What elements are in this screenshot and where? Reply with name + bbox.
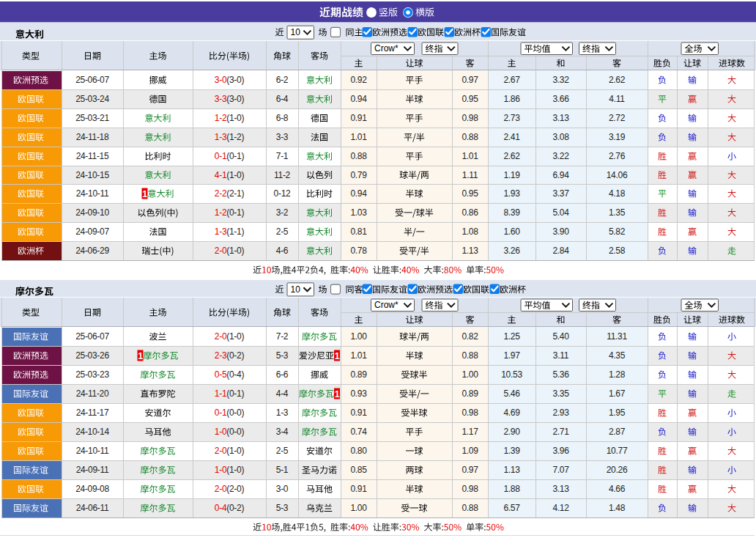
svg-text:Crow*: Crow* [374, 300, 399, 310]
svg-text:3-0(3-0): 3-0(3-0) [215, 75, 245, 85]
svg-text:3.19: 3.19 [609, 132, 626, 142]
svg-text:24-11-15: 24-11-15 [76, 151, 109, 161]
svg-text:20.26: 20.26 [607, 465, 628, 475]
svg-text:1.01: 1.01 [462, 151, 478, 161]
svg-text:2.76: 2.76 [609, 151, 626, 161]
svg-text:1.35: 1.35 [609, 207, 626, 218]
svg-text:1-2(0-1): 1-2(0-1) [215, 207, 245, 218]
svg-text:1.13: 1.13 [503, 465, 520, 475]
svg-text:3-2: 3-2 [276, 207, 289, 218]
svg-text:0.98: 0.98 [462, 484, 478, 494]
svg-text:1.28: 1.28 [609, 369, 626, 380]
svg-text:2-5: 2-5 [276, 226, 289, 237]
svg-text:0.91: 0.91 [350, 113, 367, 123]
svg-text:1.67: 1.67 [609, 388, 626, 399]
svg-text:24-09-11: 24-09-11 [76, 465, 109, 475]
svg-text:6-6: 6-6 [276, 369, 289, 380]
svg-text:8.39: 8.39 [503, 207, 520, 218]
svg-text:25-03-26: 25-03-26 [75, 350, 109, 361]
svg-text:3.37: 3.37 [552, 188, 569, 199]
svg-text:4-6: 4-6 [276, 246, 289, 256]
svg-text:1.93: 1.93 [503, 188, 520, 199]
svg-text:24-11-18: 24-11-18 [76, 132, 109, 142]
svg-text:5-3: 5-3 [276, 350, 289, 361]
svg-text:11-2: 11-2 [274, 170, 291, 180]
svg-text:7-2: 7-2 [276, 331, 289, 342]
svg-text:2.93: 2.93 [552, 408, 569, 418]
svg-text:0.78: 0.78 [350, 246, 367, 256]
svg-text:14.06: 14.06 [607, 170, 628, 180]
svg-text:5.82: 5.82 [609, 226, 626, 237]
svg-text:4.11: 4.11 [609, 94, 625, 104]
svg-text:2.67: 2.67 [503, 75, 520, 85]
svg-text:1: 1 [335, 389, 340, 399]
svg-text:0.91: 0.91 [350, 484, 367, 494]
svg-text:24-10-14: 24-10-14 [75, 427, 109, 437]
svg-text:24-10-15: 24-10-15 [75, 170, 109, 180]
svg-text:10.53: 10.53 [501, 369, 522, 380]
svg-text:0-1(0-1): 0-1(0-1) [215, 151, 245, 161]
svg-text:0.94: 0.94 [350, 94, 367, 104]
svg-text:0.97: 0.97 [462, 75, 478, 85]
svg-text:0.94: 0.94 [350, 188, 367, 199]
svg-text:3-3(3-0): 3-3(3-0) [215, 94, 245, 104]
svg-text:0.79: 0.79 [350, 170, 367, 180]
svg-text:24-06-29: 24-06-29 [75, 246, 109, 256]
svg-text:3.22: 3.22 [552, 151, 569, 161]
svg-text:1-2(1-0): 1-2(1-0) [215, 113, 245, 123]
svg-text:2.71: 2.71 [552, 427, 569, 437]
svg-text:25-06-07: 25-06-07 [75, 75, 109, 85]
svg-text:1: 1 [142, 189, 147, 199]
svg-text:7-1: 7-1 [276, 151, 289, 161]
svg-text:7.07: 7.07 [552, 465, 569, 475]
svg-text:1-3(1-1): 1-3(1-1) [215, 226, 245, 237]
svg-text:2.62: 2.62 [503, 151, 520, 161]
svg-text:25-03-21: 25-03-21 [75, 113, 109, 123]
svg-text:24-09-08: 24-09-08 [75, 484, 109, 494]
svg-text:5.46: 5.46 [503, 388, 520, 399]
svg-text:2-0(1-0): 2-0(1-0) [215, 246, 245, 256]
svg-text:1.00: 1.00 [462, 369, 478, 380]
svg-text:4.35: 4.35 [609, 350, 626, 361]
svg-text:5.36: 5.36 [552, 369, 569, 380]
svg-text:2-0(1-0): 2-0(1-0) [215, 331, 245, 342]
svg-text:10: 10 [291, 27, 301, 37]
svg-text:4.12: 4.12 [552, 503, 569, 513]
svg-text:0.98: 0.98 [462, 408, 478, 418]
svg-text:1.17: 1.17 [462, 427, 478, 437]
svg-text:0.93: 0.93 [350, 388, 367, 399]
svg-text:2.73: 2.73 [503, 113, 520, 123]
svg-text:2.58: 2.58 [609, 246, 626, 256]
svg-text:1-0(1-0): 1-0(1-0) [215, 465, 245, 475]
svg-text:24-10-11: 24-10-11 [76, 446, 109, 456]
svg-text:1.01: 1.01 [350, 350, 367, 361]
svg-text:2.62: 2.62 [609, 75, 626, 85]
svg-text:0.98: 0.98 [462, 113, 478, 123]
svg-text:0.74: 0.74 [350, 427, 367, 437]
svg-text:4.66: 4.66 [609, 484, 626, 494]
svg-text:11.31: 11.31 [607, 331, 627, 342]
svg-text:1: 1 [335, 351, 340, 361]
svg-text:3-3: 3-3 [276, 132, 289, 142]
svg-text:3.13: 3.13 [552, 484, 569, 494]
svg-text:0.95: 0.95 [462, 94, 478, 104]
svg-text:6-8: 6-8 [276, 113, 289, 123]
svg-text:25-06-07: 25-06-07 [75, 331, 109, 342]
svg-text:0-1(0-0): 0-1(0-0) [215, 408, 245, 418]
svg-text:6-2: 6-2 [276, 75, 289, 85]
svg-text:0.86: 0.86 [462, 207, 478, 218]
svg-text:1-3: 1-3 [276, 408, 289, 418]
svg-text:0.88: 0.88 [462, 503, 478, 513]
svg-text:2-0(1-0): 2-0(1-0) [215, 446, 245, 456]
svg-text:2.84: 2.84 [552, 246, 569, 256]
svg-text:3.32: 3.32 [552, 75, 569, 85]
svg-text:24-10-11: 24-10-11 [76, 188, 109, 199]
svg-text:1.97: 1.97 [503, 350, 520, 361]
svg-text:5.04: 5.04 [552, 207, 569, 218]
svg-text:10.77: 10.77 [607, 446, 628, 456]
svg-text:25-03-23: 25-03-23 [75, 369, 109, 380]
svg-text:10: 10 [291, 284, 301, 295]
svg-text:3.08: 3.08 [552, 132, 569, 142]
svg-text:1: 1 [138, 351, 143, 361]
svg-text:1.86: 1.86 [503, 94, 520, 104]
